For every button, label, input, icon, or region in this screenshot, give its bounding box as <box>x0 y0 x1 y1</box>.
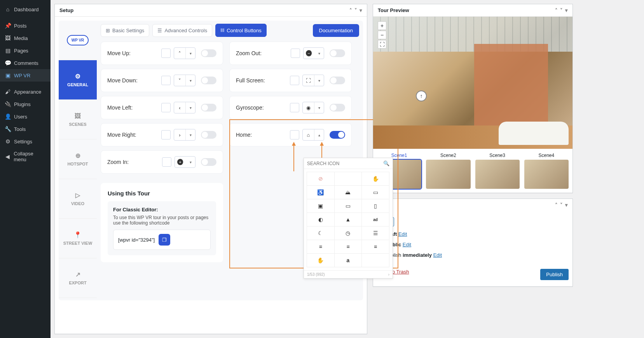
icon-selector[interactable]: ⌂▴ <box>302 129 324 141</box>
chevron-down-icon[interactable]: ˅ <box>560 202 563 208</box>
zoom-out-button[interactable]: − <box>378 31 386 39</box>
scene-thumb[interactable]: Scene4 <box>524 153 569 189</box>
menu-collapse[interactable]: ◀Collapse menu <box>0 148 51 166</box>
menu-media[interactable]: 🖼Media <box>0 32 51 44</box>
picker-icon[interactable]: ▣ <box>307 199 335 213</box>
picker-icon[interactable]: ♿ <box>307 185 335 199</box>
color-picker[interactable] <box>161 103 171 112</box>
tab-video[interactable]: ▷ VIDEO <box>59 179 97 219</box>
icon-selector[interactable]: −▾ <box>303 47 324 59</box>
icon-selector[interactable]: ˄▾ <box>174 47 195 59</box>
menu-wpvr[interactable]: ▣WP VR <box>0 69 51 82</box>
color-picker[interactable] <box>290 76 299 85</box>
tab-basic-settings[interactable]: ⊞Basic Settings <box>101 24 149 37</box>
picker-icon[interactable]: ≡ <box>334 240 362 254</box>
menu-appearance[interactable]: 🖌Appearance <box>0 85 51 98</box>
toggle[interactable] <box>330 104 345 112</box>
picker-icon[interactable]: ≡ <box>307 240 335 254</box>
icon-selector[interactable]: ‹▾ <box>174 102 195 113</box>
setup-side-tabs: WP VR ⚙ GENERAL 🖼 SCENES ⊕ HOTSPOT ▷ VID… <box>59 21 97 300</box>
icon-selector[interactable]: ˅▾ <box>174 75 195 86</box>
toggle[interactable] <box>201 104 216 112</box>
color-picker[interactable] <box>291 49 300 58</box>
chevron-up-icon[interactable]: ˄ <box>555 7 558 13</box>
picker-icon[interactable]: ▭ <box>334 199 362 213</box>
chevron-down-icon[interactable]: ˅ <box>560 7 563 13</box>
menu-comments[interactable]: 💬Comments <box>0 57 51 69</box>
picker-icon[interactable]: ≡ <box>361 240 389 254</box>
color-picker[interactable] <box>162 157 171 167</box>
edit-visibility-link[interactable]: Edit <box>403 242 411 247</box>
toggle[interactable] <box>330 131 345 139</box>
pager-next[interactable]: › <box>388 272 389 277</box>
edit-schedule-link[interactable]: Edit <box>433 252 442 258</box>
picker-icon[interactable] <box>334 172 362 186</box>
color-picker[interactable] <box>290 103 299 112</box>
icon-selector[interactable]: +▾ <box>175 156 195 168</box>
toggle[interactable] <box>201 158 216 166</box>
scene-thumb[interactable]: Scene3 <box>475 153 520 189</box>
control-label: Move Left: <box>107 105 161 111</box>
picker-icon[interactable]: ad <box>361 213 389 226</box>
zoom-in-button[interactable]: + <box>378 21 386 30</box>
picker-icon[interactable]: ▭ <box>361 185 389 199</box>
preview-viewport[interactable]: + − ⛶ ↑ <box>373 17 572 149</box>
publish-button[interactable]: Publish <box>540 269 569 280</box>
picker-icon[interactable]: a <box>334 253 362 267</box>
menu-pages[interactable]: ▤Pages <box>0 44 51 57</box>
caret-icon[interactable]: ▾ <box>565 7 568 13</box>
hotspot-marker[interactable]: ↑ <box>416 91 427 101</box>
picker-icon[interactable]: ☰ <box>361 226 389 240</box>
menu-users[interactable]: 👤Users <box>0 110 51 123</box>
copy-button[interactable]: ❐ <box>159 234 170 246</box>
control-zoom-out: Zoom Out: −▾ <box>229 42 352 65</box>
tab-streetview[interactable]: 📍 STREET VIEW <box>59 219 97 258</box>
toggle[interactable] <box>201 131 216 139</box>
chevron-down-icon[interactable]: ˅ <box>354 7 357 13</box>
picker-icon[interactable]: ✋ <box>361 172 389 186</box>
picker-icon[interactable]: ✋ <box>307 253 335 267</box>
icon-selector[interactable]: ◉▾ <box>302 102 324 113</box>
tab-control-buttons[interactable]: ⦀⦀Control Buttons <box>215 24 267 37</box>
picker-icon[interactable]: ▯ <box>361 199 389 213</box>
menu-posts[interactable]: 📌Posts <box>0 19 51 32</box>
menu-settings[interactable]: ⚙Settings <box>0 135 51 148</box>
search-input[interactable] <box>307 161 383 166</box>
chevron-down-icon: ▾ <box>186 157 195 167</box>
menu-tools[interactable]: 🔧Tools <box>0 123 51 135</box>
chevron-up-icon[interactable]: ˄ <box>349 7 352 13</box>
picker-icon[interactable]: ⛰ <box>334 185 362 199</box>
tab-advanced-controls[interactable]: ☰Advanced Controls <box>152 24 212 37</box>
toggle[interactable] <box>330 77 345 84</box>
icon-selector[interactable]: ›▾ <box>174 129 195 141</box>
scene-name: Scene2 <box>426 153 470 158</box>
picker-icon[interactable]: ☾ <box>307 226 335 240</box>
picker-icon[interactable]: ▲ <box>334 213 362 226</box>
icon-selector[interactable]: ⛶▾ <box>302 75 324 86</box>
menu-plugins[interactable]: 🔌Plugins <box>0 98 51 110</box>
picker-icon[interactable] <box>361 253 389 267</box>
toggle[interactable] <box>330 49 345 57</box>
toggle[interactable] <box>201 77 216 84</box>
menu-dashboard[interactable]: ⌂Dashboard <box>0 3 51 16</box>
picker-icon[interactable]: ◐ <box>307 213 335 226</box>
scene-thumb[interactable]: Scene2 <box>426 153 470 189</box>
tab-scenes[interactable]: 🖼 SCENES <box>59 100 97 139</box>
color-picker[interactable] <box>161 76 171 85</box>
color-picker[interactable] <box>161 130 171 139</box>
chevron-up-icon[interactable]: ˄ <box>555 202 558 208</box>
fullscreen-button[interactable]: ⛶ <box>378 40 386 49</box>
tab-hotspot[interactable]: ⊕ HOTSPOT <box>59 139 97 179</box>
picker-icon[interactable]: ◷ <box>334 226 362 240</box>
color-picker[interactable] <box>290 130 299 139</box>
edit-status-link[interactable]: Edit <box>398 231 407 237</box>
caret-icon[interactable]: ▾ <box>360 7 362 13</box>
documentation-button[interactable]: Documentation <box>313 24 359 37</box>
caret-icon[interactable]: ▾ <box>565 202 568 208</box>
color-picker[interactable] <box>161 49 171 58</box>
tab-general[interactable]: ⚙ GENERAL <box>59 60 97 100</box>
picker-icon-none[interactable]: ⊘ <box>307 172 335 186</box>
actions-row: Move to Trash Publish <box>377 267 569 282</box>
tab-export[interactable]: ↗ EXPORT <box>59 258 97 298</box>
toggle[interactable] <box>201 49 216 57</box>
